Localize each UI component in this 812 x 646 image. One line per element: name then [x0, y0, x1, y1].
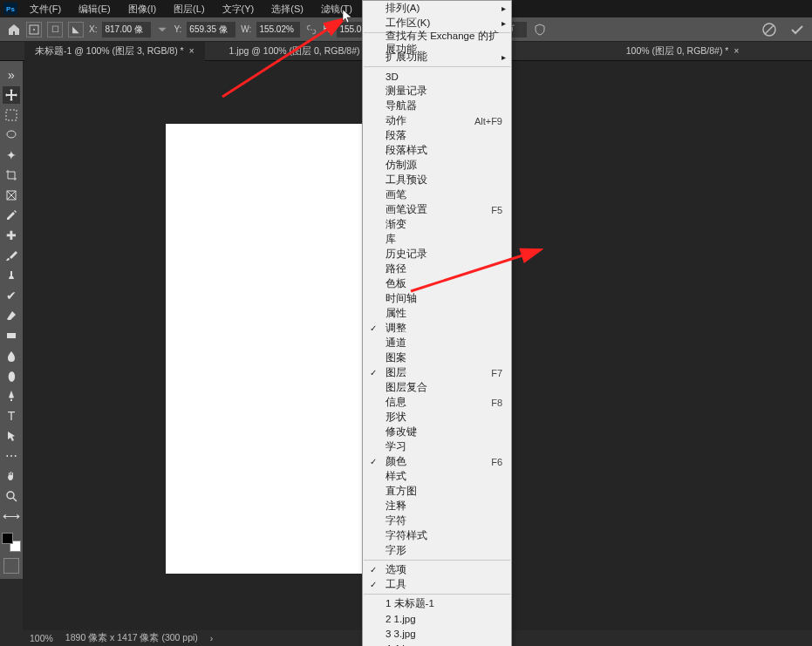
menu-window-item[interactable]: 2 1.jpg [363, 611, 511, 626]
menu-item[interactable]: 段落 [363, 128, 511, 143]
doc-tab-1[interactable]: 未标题-1 @ 100% (图层 3, RGB/8) *× [24, 42, 205, 61]
commit-icon[interactable] [789, 22, 805, 37]
chevron-right-icon[interactable]: › [210, 633, 214, 643]
menu-select[interactable]: 选择(S) [263, 1, 312, 17]
home-icon[interactable] [7, 23, 21, 37]
menu-layer[interactable]: 图层(L) [165, 1, 213, 17]
heal-tool[interactable]: ✚ [3, 227, 20, 244]
x-input[interactable] [102, 22, 151, 37]
transform-ref-icon[interactable] [26, 22, 42, 37]
menu-item[interactable]: 库 [363, 232, 511, 247]
close-icon[interactable]: × [189, 46, 194, 56]
menu-filter[interactable]: 滤镜(T) [312, 1, 361, 17]
cancel-icon[interactable] [761, 22, 777, 37]
menu-options[interactable]: ✓选项 [363, 562, 511, 577]
menu-item[interactable]: 字符样式 [363, 528, 511, 543]
frame-tool[interactable] [3, 187, 20, 204]
eyedropper-tool[interactable] [3, 207, 20, 224]
pen-tool[interactable] [3, 387, 20, 405]
menu-item[interactable]: 通道 [363, 336, 511, 350]
menu-edit[interactable]: 编辑(E) [70, 1, 119, 17]
menu-item[interactable]: 导航器 [363, 99, 511, 113]
svg-rect-4 [6, 110, 17, 120]
x-label: X: [89, 24, 97, 34]
menu-arrange[interactable]: 排列(A) [363, 1, 511, 16]
menu-item[interactable]: 图层复合 [363, 380, 511, 395]
menu-item[interactable]: ✓调整 [363, 321, 511, 336]
menu-item[interactable]: 学习 [363, 439, 511, 454]
menu-window-item[interactable]: 3 3.jpg [363, 626, 511, 641]
menu-item[interactable]: 图案 [363, 350, 511, 365]
menu-item[interactable]: 色板 [363, 276, 511, 291]
menu-item[interactable]: 测量记录 [363, 84, 511, 99]
w-input[interactable] [256, 22, 300, 37]
menu-item[interactable]: 时间轴 [363, 291, 511, 306]
menu-extensions[interactable]: 扩展功能 [363, 50, 511, 65]
menu-item[interactable]: 3D [363, 69, 511, 84]
menu-type[interactable]: 文字(Y) [214, 1, 263, 17]
zoom-level[interactable]: 100% [30, 633, 53, 643]
menu-item[interactable]: 仿制源 [363, 158, 511, 173]
marquee-tool[interactable] [3, 106, 20, 124]
menu-item[interactable]: 样式 [363, 469, 511, 484]
link-icon[interactable] [305, 24, 317, 36]
stamp-tool[interactable] [3, 267, 20, 284]
menu-item[interactable]: 信息F8 [363, 395, 511, 410]
expand-icon[interactable]: » [3, 66, 20, 84]
w-label: W: [241, 24, 251, 34]
menu-item[interactable]: 历史记录 [363, 247, 511, 262]
dodge-tool[interactable]: ⬮ [3, 367, 20, 384]
svg-line-3 [765, 25, 774, 34]
switch-screen-icon[interactable]: ⟷ [3, 507, 20, 525]
menu-item[interactable]: 画笔设置F5 [363, 202, 511, 217]
lasso-tool[interactable] [3, 126, 20, 144]
wand-tool[interactable]: ✦ [3, 146, 20, 164]
triangle-down-icon[interactable] [156, 24, 168, 36]
menu-item[interactable]: 画笔 [363, 187, 511, 202]
text-tool[interactable]: T [3, 407, 20, 425]
menu-item[interactable]: 工具预设 [363, 173, 511, 187]
menu-item[interactable]: 属性 [363, 306, 511, 321]
close-icon[interactable]: × [734, 46, 739, 56]
menu-window-item[interactable]: 4 4.jpg [363, 641, 511, 646]
shield-icon[interactable] [532, 22, 548, 37]
menu-file[interactable]: 文件(F) [21, 1, 70, 17]
menu-item[interactable]: 字形 [363, 543, 511, 558]
gradient-tool[interactable] [3, 327, 20, 344]
crop-tool[interactable] [3, 167, 20, 184]
quick-mask-icon[interactable] [3, 558, 19, 574]
menu-item[interactable]: ✓图层F7 [363, 365, 511, 380]
crop-icon[interactable]: ☐ [47, 22, 63, 37]
move-tool[interactable] [3, 86, 20, 104]
menu-item[interactable]: 字符 [363, 513, 511, 528]
menu-item[interactable]: 注释 [363, 499, 511, 513]
menu-item[interactable]: 动作Alt+F9 [363, 113, 511, 128]
menu-item[interactable]: ✓颜色F6 [363, 454, 511, 469]
menu-item[interactable]: 修改键 [363, 425, 511, 439]
menu-item[interactable]: 直方图 [363, 484, 511, 499]
color-swatches[interactable] [2, 533, 21, 552]
zoom-tool[interactable] [3, 487, 20, 505]
doc-tab-4[interactable]: 100% (图层 0, RGB/8#) *× [616, 42, 750, 61]
y-input[interactable] [187, 22, 235, 37]
menu-tools[interactable]: ✓工具 [363, 577, 511, 592]
canvas[interactable] [166, 124, 375, 574]
blur-tool[interactable] [3, 347, 20, 364]
ellipsis-icon[interactable]: ⋯ [3, 447, 20, 465]
menu-item[interactable]: 渐变 [363, 217, 511, 232]
hand-tool[interactable] [3, 467, 20, 485]
eraser-tool[interactable] [3, 307, 20, 324]
menu-item[interactable]: 路径 [363, 262, 511, 276]
tools-panel: » ✦ ✚ ✔ ⬮ T ⋯ ⟷ [0, 61, 23, 579]
menu-window-item[interactable]: 1 未标题-1 [363, 596, 511, 611]
menu-workspace[interactable]: 工作区(K) [363, 16, 511, 31]
triangle-icon[interactable]: ◣ [68, 22, 84, 37]
menu-item[interactable]: 形状 [363, 410, 511, 425]
history-brush-tool[interactable]: ✔ [3, 287, 20, 304]
menu-exchange[interactable]: 查找有关 Exchange 的扩展功能... [363, 35, 511, 50]
menu-item[interactable]: 段落样式 [363, 143, 511, 158]
menu-image[interactable]: 图像(I) [119, 1, 165, 17]
brush-tool[interactable] [3, 247, 20, 264]
doc-info: 1890 像素 x 1417 像素 (300 ppi) [65, 632, 198, 644]
path-select-tool[interactable] [3, 427, 20, 445]
